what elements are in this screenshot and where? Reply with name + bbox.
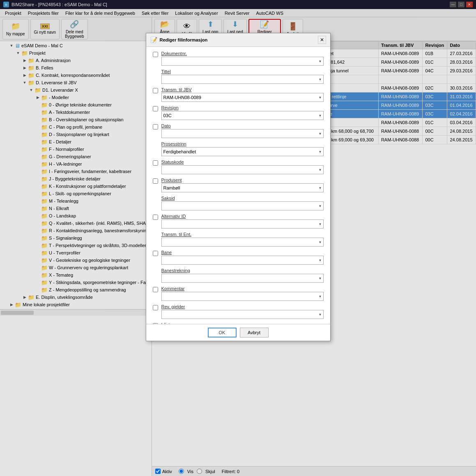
- form-field-row-prosesstrinn: Prosesstrinn ▼: [153, 141, 324, 156]
- form-field-row-revisjon: Revisjon ▼: [153, 105, 324, 120]
- label-banestrekning: Banestrekning: [161, 268, 324, 273]
- input-kommentar[interactable]: [161, 292, 324, 301]
- field-container-transm-til-jbv: Transm. til JBV ▼: [161, 87, 324, 102]
- label-saksid: Saksid: [161, 196, 324, 201]
- input-revisjon[interactable]: [161, 111, 324, 120]
- modal-body: Dokumentnr. ▼ Tittel ▼ Transm. til JBV ▼: [146, 47, 330, 324]
- input-transm-til-ent[interactable]: [161, 238, 324, 247]
- form-field-row-banestrekning: Banestrekning ▼: [153, 268, 324, 283]
- modal-close-button[interactable]: ✕: [318, 36, 326, 44]
- checkbox-dokumentnr[interactable]: [153, 52, 158, 57]
- form-field-row-transm-til-ent: Transm. til Ent. ▼: [153, 232, 324, 247]
- input-rev-gjelder[interactable]: [161, 310, 324, 319]
- field-container-revisjon: Revisjon ▼: [161, 105, 324, 120]
- form-field-row-tittel: Tittel ▼: [153, 69, 324, 84]
- input-dokumentnr[interactable]: [161, 57, 324, 66]
- field-container-alternativ-id: Alternativ ID ▼: [161, 214, 324, 229]
- input-dato[interactable]: [161, 129, 324, 138]
- modal-footer: OK Avbryt: [146, 324, 330, 341]
- modal-cancel-button[interactable]: Avbryt: [240, 328, 269, 337]
- form-field-row-dokumentnr: Dokumentnr. ▼: [153, 51, 324, 66]
- field-container-tittel: Tittel ▼: [161, 69, 324, 84]
- modal-overlay: 📝 Rediger filinformasjon ✕ Dokumentnr. ▼…: [0, 0, 476, 476]
- checkbox-revisjon[interactable]: [153, 106, 158, 111]
- input-produsent[interactable]: [161, 183, 324, 192]
- form-field-row-dato: Dato ▼: [153, 123, 324, 138]
- checkbox-statuskode[interactable]: [153, 160, 158, 166]
- label-kommentar: Kommentar: [161, 286, 324, 291]
- input-bane[interactable]: [161, 256, 324, 265]
- form-field-row-rev-gjelder: Rev. gjelder ▼: [153, 304, 324, 319]
- input-banestrekning[interactable]: [161, 274, 324, 283]
- label-transm-til-jbv: Transm. til JBV: [161, 87, 324, 92]
- label-statuskode: Statuskode: [161, 159, 324, 164]
- checkbox-dato[interactable]: [153, 124, 158, 129]
- label-transm-til-ent: Transm. til Ent.: [161, 232, 324, 237]
- label-tittel: Tittel: [161, 69, 324, 74]
- checkbox-bane[interactable]: [153, 251, 158, 256]
- modal-title: 📝 Rediger filinformasjon: [150, 37, 208, 43]
- form-field-row-bane: Bane ▼: [153, 250, 324, 265]
- form-field-row-produsent: Produsent ▼: [153, 178, 324, 192]
- input-tittel[interactable]: [161, 75, 324, 84]
- form-field-row-statuskode: Statuskode ▼: [153, 159, 324, 174]
- input-transm-til-jbv[interactable]: [161, 93, 324, 102]
- modal-ok-button[interactable]: OK: [208, 328, 237, 337]
- checkbox-transm-til-jbv[interactable]: [153, 88, 158, 93]
- field-container-statuskode: Statuskode ▼: [161, 159, 324, 174]
- checkbox-kommentar[interactable]: [153, 287, 158, 292]
- label-dokumentnr: Dokumentnr.: [161, 51, 324, 56]
- field-container-bane: Bane ▼: [161, 250, 324, 265]
- label-revisjon: Revisjon: [161, 105, 324, 110]
- form-field-row-transm-til-jbv: Transm. til JBV ▼: [153, 87, 324, 102]
- form-field-row-alternativ-id: Alternativ ID ▼: [153, 214, 324, 229]
- form-field-row-kommentar: Kommentar ▼: [153, 286, 324, 301]
- field-container-banestrekning: Banestrekning ▼: [161, 268, 324, 283]
- field-container-saksid: Saksid ▼: [161, 196, 324, 210]
- field-container-produsent: Produsent ▼: [161, 178, 324, 192]
- label-bane: Bane: [161, 250, 324, 255]
- field-container-kommentar: Kommentar ▼: [161, 286, 324, 301]
- label-prosesstrinn: Prosesstrinn: [161, 141, 324, 146]
- modal-header: 📝 Rediger filinformasjon ✕: [146, 33, 330, 47]
- input-statuskode[interactable]: [161, 165, 324, 174]
- checkbox-produsent[interactable]: [153, 178, 158, 184]
- field-container-prosesstrinn: Prosesstrinn ▼: [161, 141, 324, 156]
- modal-icon: 📝: [150, 37, 157, 43]
- label-produsent: Produsent: [161, 178, 324, 183]
- field-container-dato: Dato ▼: [161, 123, 324, 138]
- field-container-rev-gjelder: Rev. gjelder ▼: [161, 304, 324, 319]
- form-field-row-saksid: Saksid ▼: [153, 196, 324, 210]
- label-alternativ-id: Alternativ ID: [161, 214, 324, 219]
- checkbox-alternativ-id[interactable]: [153, 215, 158, 220]
- input-alternativ-id[interactable]: [161, 220, 324, 229]
- checkbox-rev-gjelder[interactable]: [153, 305, 158, 310]
- label-dato: Dato: [161, 123, 324, 128]
- input-prosesstrinn[interactable]: [161, 147, 324, 156]
- field-container-transm-til-ent: Transm. til Ent. ▼: [161, 232, 324, 247]
- field-container-dokumentnr: Dokumentnr. ▼: [161, 51, 324, 66]
- input-saksid[interactable]: [161, 201, 324, 210]
- label-rev-gjelder: Rev. gjelder: [161, 304, 324, 309]
- rediger-filinformasjon-modal: 📝 Rediger filinformasjon ✕ Dokumentnr. ▼…: [146, 33, 331, 341]
